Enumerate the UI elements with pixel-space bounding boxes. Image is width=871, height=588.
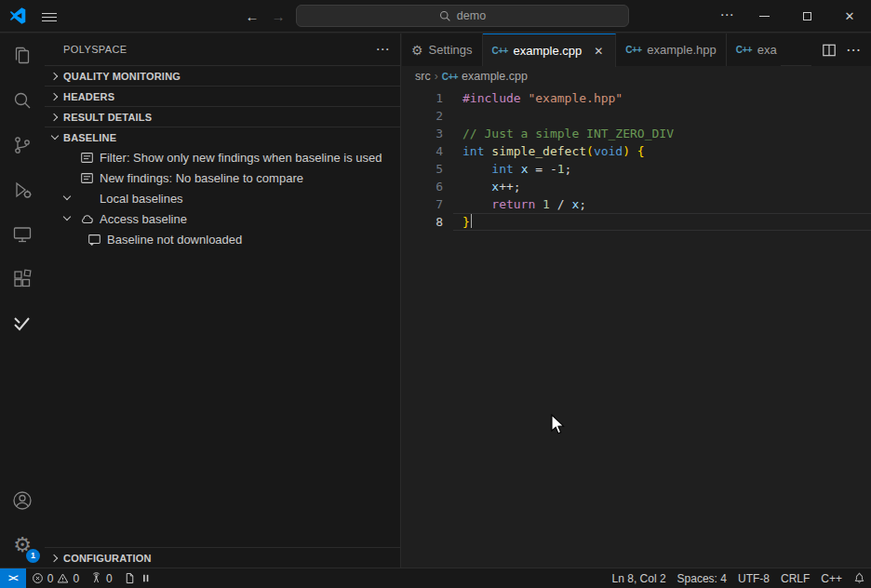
code-line[interactable]: // Just a simple INT_ZERO_DIV <box>462 125 871 142</box>
remote-explorer-icon <box>11 223 34 246</box>
sidebar-item-extensions[interactable] <box>0 257 45 301</box>
text-caret <box>471 214 473 228</box>
sidebar-item-search[interactable] <box>0 78 45 123</box>
section-configuration[interactable]: CONFIGURATION <box>45 547 400 568</box>
code-lines[interactable]: #include "example.hpp"// Just a simple I… <box>443 89 871 231</box>
tree-item-access-baseline[interactable]: Access baseline <box>45 208 400 229</box>
back-icon[interactable]: ← <box>242 7 262 27</box>
notifications-status[interactable] <box>848 568 871 588</box>
section-headers[interactable]: HEADERS <box>45 86 400 106</box>
code-token <box>462 162 491 176</box>
download-window-icon <box>87 232 101 247</box>
run-debug-icon <box>11 179 34 201</box>
chevron-down-icon <box>48 130 63 145</box>
chevron-right-icon <box>48 110 63 125</box>
code-token: x <box>491 180 499 194</box>
section-quality-monitoring[interactable]: QUALITY MONITORING <box>45 65 400 86</box>
vscode-logo <box>9 7 26 24</box>
tree-item-baseline-not-downloaded[interactable]: Baseline not downloaded <box>45 229 400 249</box>
split-editor-icon[interactable] <box>819 40 839 60</box>
section-baseline[interactable]: BASELINE <box>45 127 400 147</box>
code-line[interactable]: int simple_defect(void) { <box>462 142 871 160</box>
eol-status[interactable]: CRLF <box>775 568 815 588</box>
sidebar-more-actions-icon[interactable]: ⋯ <box>372 41 393 58</box>
chevron-down-icon <box>60 191 75 206</box>
search-icon <box>11 89 34 112</box>
cursor-position-label: Ln 8, Col 2 <box>612 572 666 585</box>
line-number: 5 <box>402 160 443 178</box>
code-token: { <box>637 144 645 158</box>
sidebar-item-polyspace[interactable] <box>0 301 45 346</box>
tab-settings[interactable]: ⚙ Settings <box>402 33 483 66</box>
code-line[interactable]: int x = -1; <box>462 160 871 178</box>
chevron-right-icon <box>48 89 63 104</box>
code-line[interactable]: x++; <box>462 178 871 195</box>
report-icon <box>79 170 94 185</box>
code-line[interactable]: #include "example.hpp" <box>462 89 871 107</box>
code-line[interactable]: return 1 / x; <box>462 195 871 213</box>
code-token: 1 <box>557 162 565 176</box>
close-tab-icon[interactable]: ✕ <box>591 45 606 58</box>
command-center-search[interactable]: demo <box>296 5 629 27</box>
tab-example-hpp[interactable]: C++ example.hpp <box>616 33 726 66</box>
maximize-button[interactable] <box>785 0 828 33</box>
search-icon <box>439 10 451 22</box>
minimize-button[interactable] <box>743 0 785 33</box>
error-count: 0 <box>47 572 54 585</box>
code-token: // Just a simple INT_ZERO_DIV <box>462 127 674 140</box>
error-icon <box>32 572 44 584</box>
tree-item-new-findings[interactable]: New findings: No baseline to compare <box>45 167 400 188</box>
polyspace-status[interactable] <box>118 568 157 588</box>
section-result-details[interactable]: RESULT DETAILS <box>45 106 400 127</box>
sidebar-item-remote-explorer[interactable] <box>0 212 45 257</box>
titlebar-more-icon[interactable]: ⋯ <box>716 6 738 26</box>
ports-status[interactable]: 0 <box>85 568 118 588</box>
close-button[interactable]: ✕ <box>828 0 871 33</box>
code-token <box>535 197 543 211</box>
section-label: RESULT DETAILS <box>63 112 152 123</box>
tab-truncated[interactable]: C++ exa <box>727 33 781 66</box>
cursor-position-status[interactable]: Ln 8, Col 2 <box>607 568 672 588</box>
forward-icon[interactable]: → <box>268 7 288 27</box>
cpp-file-icon: C++ <box>736 45 752 55</box>
menu-icon[interactable] <box>42 10 57 21</box>
polyspace-icon <box>11 313 34 335</box>
activity-bar-spacer <box>0 346 45 478</box>
ports-count: 0 <box>106 572 113 585</box>
problems-status[interactable]: 0 0 <box>26 568 85 588</box>
breadcrumb-folder[interactable]: src <box>415 70 431 83</box>
warning-count: 0 <box>73 572 79 585</box>
sidebar-header: POLYSPACE ⋯ <box>45 33 400 65</box>
warning-icon <box>57 572 69 584</box>
cpp-file-icon: C++ <box>492 46 508 56</box>
tab-example-cpp[interactable]: C++ example.cpp ✕ <box>483 33 617 67</box>
sidebar-item-source-control[interactable] <box>0 123 45 167</box>
mouse-pointer <box>547 413 566 437</box>
breadcrumb-file[interactable]: example.cpp <box>462 70 528 83</box>
tree-item-local-baselines[interactable]: Local baselines <box>45 188 400 208</box>
code-line[interactable]: } <box>453 213 871 231</box>
sidebar-item-explorer[interactable] <box>0 33 45 78</box>
line-number: 6 <box>402 178 443 195</box>
activity-bar: ⚙ 1 <box>0 33 45 568</box>
status-bar: >< 0 0 0 Ln 8, Col 2 Spaces: 4 UTF-8 CRL… <box>0 568 871 588</box>
language-mode-status[interactable]: C++ <box>815 568 848 588</box>
remote-indicator[interactable]: >< <box>0 568 26 588</box>
encoding-status[interactable]: UTF-8 <box>732 568 775 588</box>
code-token: 1 <box>543 197 550 211</box>
breadcrumb[interactable]: src › C++ example.cpp <box>402 66 871 87</box>
sidebar-item-run-debug[interactable] <box>0 167 45 212</box>
code-editor[interactable]: 12345678 #include "example.hpp"// Just a… <box>402 87 871 231</box>
indentation-status[interactable]: Spaces: 4 <box>672 568 732 588</box>
code-line[interactable] <box>462 107 871 125</box>
manage-button[interactable]: ⚙ 1 <box>0 523 45 568</box>
code-token: void <box>594 144 623 158</box>
tree-item-baseline-filter[interactable]: Filter: Show only new findings when base… <box>45 147 400 167</box>
indentation-label: Spaces: 4 <box>677 572 727 585</box>
line-number: 7 <box>402 195 443 213</box>
code-token: - <box>550 162 557 176</box>
accounts-button[interactable] <box>0 478 45 523</box>
tree-item-label: Local baselines <box>100 192 183 206</box>
editor-more-actions-icon[interactable]: ⋯ <box>843 40 864 60</box>
code-token: ( <box>586 144 594 158</box>
